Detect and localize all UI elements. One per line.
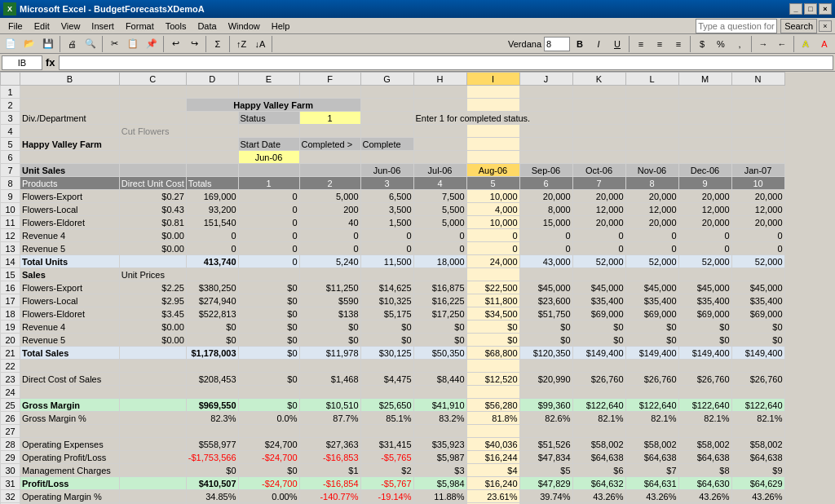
table-row: 1 <box>1 86 785 99</box>
sum-button[interactable]: Σ <box>209 35 227 53</box>
table-row: 9 Flowers-Export $0.27 169,000 0 5,000 6… <box>1 190 785 203</box>
row-num-4: 4 <box>1 125 20 138</box>
row-num-24: 24 <box>1 386 20 399</box>
row-num-32: 32 <box>1 490 20 503</box>
menu-window[interactable]: Window <box>223 20 265 32</box>
sep1 <box>60 36 60 52</box>
comma-button[interactable]: , <box>731 35 749 53</box>
row-num-17: 17 <box>1 294 20 307</box>
menu-format[interactable]: Format <box>121 20 159 32</box>
copy-button[interactable]: 📋 <box>124 35 142 53</box>
bold-button[interactable]: B <box>571 35 589 53</box>
row-num-19: 19 <box>1 321 20 334</box>
sort-desc-button[interactable]: ↓A <box>251 35 269 53</box>
row-num-1: 1 <box>1 86 20 99</box>
table-row: 13 Revenue 5 $0.00 0 0 0 0 0 0 0 0 0 0 0 <box>1 242 785 255</box>
table-row: 2 Happy Valley Farm <box>1 99 785 112</box>
row-num-11: 11 <box>1 216 20 229</box>
maximize-button[interactable]: □ <box>804 3 817 15</box>
table-row: 25 Gross Margin $969,550 $0 $10,510 $25,… <box>1 399 785 412</box>
font-color-button[interactable]: A <box>815 35 833 53</box>
menu-file[interactable]: File <box>3 20 28 32</box>
align-left-button[interactable]: ≡ <box>632 35 650 53</box>
row-num-3: 3 <box>1 112 20 125</box>
fill-color-button[interactable]: A <box>797 35 815 53</box>
table-row: 32 Operating Margin % 34.85% 0.00% -140.… <box>1 490 785 503</box>
menu-data[interactable]: Data <box>192 20 221 32</box>
table-row: 5 Happy Valley Farm Start Date Completed… <box>1 138 785 151</box>
table-row: 22 <box>1 360 785 373</box>
cell-reference-input[interactable] <box>2 55 42 70</box>
align-right-button[interactable]: ≡ <box>669 35 687 53</box>
cut-button[interactable]: ✂ <box>105 35 123 53</box>
scroll-area[interactable]: B C D E F G H I J K L M N 1 2 <box>0 72 835 504</box>
help-search-button[interactable]: Search <box>780 19 817 33</box>
menu-view[interactable]: View <box>56 20 86 32</box>
col-header-i[interactable]: I <box>466 73 519 86</box>
table-row: 24 <box>1 386 785 399</box>
row-num-13: 13 <box>1 242 20 255</box>
underline-button[interactable]: U <box>608 35 626 53</box>
sep8 <box>690 36 691 52</box>
col-header-d[interactable]: D <box>186 73 238 86</box>
redo-button[interactable]: ↪ <box>185 35 203 53</box>
row-num-23: 23 <box>1 373 20 386</box>
row-num-7: 7 <box>1 164 20 177</box>
spreadsheet-area: B C D E F G H I J K L M N 1 2 <box>0 72 835 504</box>
close-button[interactable]: × <box>819 3 832 15</box>
table-row: 30 Management Charges $0 $0 $1 $2 $3 $4 … <box>1 464 785 477</box>
minimize-button[interactable]: _ <box>789 3 802 15</box>
help-close-button[interactable]: × <box>819 20 832 32</box>
spreadsheet-grid: B C D E F G H I J K L M N 1 2 <box>0 72 785 504</box>
row-num-16: 16 <box>1 281 20 294</box>
table-row: 6 Jun-06 <box>1 151 785 164</box>
col-header-h[interactable]: H <box>413 73 466 86</box>
col-header-g[interactable]: G <box>360 73 413 86</box>
table-row: 29 Operating Profit/Loss -$1,753,566 -$2… <box>1 451 785 464</box>
font-size-input[interactable] <box>544 37 570 51</box>
row-num-10: 10 <box>1 203 20 216</box>
col-header-j[interactable]: J <box>519 73 572 86</box>
col-header-e[interactable]: E <box>238 73 299 86</box>
row-num-28: 28 <box>1 438 20 451</box>
indent-dec-button[interactable]: ← <box>773 35 791 53</box>
sep9 <box>751 36 752 52</box>
paste-button[interactable]: 📌 <box>143 35 161 53</box>
table-row: 10 Flowers-Local $0.43 93,200 0 200 3,50… <box>1 203 785 216</box>
col-header-m[interactable]: M <box>678 73 731 86</box>
col-header-f[interactable]: F <box>299 73 360 86</box>
col-header-n[interactable]: N <box>731 73 784 86</box>
col-header-l[interactable]: L <box>625 73 678 86</box>
row-num-21: 21 <box>1 347 20 360</box>
table-row: 18 Flowers-Eldoret $3.45 $522,813 $0 $13… <box>1 307 785 321</box>
indent-inc-button[interactable]: → <box>754 35 772 53</box>
col-header-k[interactable]: K <box>572 73 625 86</box>
currency-button[interactable]: $ <box>693 35 711 53</box>
preview-button[interactable]: 🔍 <box>82 35 99 53</box>
help-search-input[interactable] <box>696 19 777 33</box>
menu-edit[interactable]: Edit <box>29 20 55 32</box>
formula-input[interactable] <box>59 55 833 70</box>
undo-button[interactable]: ↩ <box>166 35 184 53</box>
align-center-button[interactable]: ≡ <box>651 35 669 53</box>
col-header-c[interactable]: C <box>119 73 186 86</box>
menu-help[interactable]: Help <box>267 20 295 32</box>
menu-bar: File Edit View Insert Format Tools Data … <box>0 18 835 34</box>
sep5 <box>229 36 230 52</box>
new-button[interactable]: 📄 <box>2 35 20 53</box>
table-row: 14 Total Units 413,740 0 5,240 11,500 18… <box>1 255 785 268</box>
app-icon: X <box>3 2 16 15</box>
open-button[interactable]: 📂 <box>20 35 38 53</box>
row-num-6: 6 <box>1 151 20 164</box>
sort-asc-button[interactable]: ↑Z <box>232 35 250 53</box>
menu-insert[interactable]: Insert <box>86 20 119 32</box>
table-row: 7 Unit Sales Jun-06 Jul-06 Aug-06 Sep-06… <box>1 164 785 177</box>
print-button[interactable]: 🖨 <box>63 35 81 53</box>
italic-button[interactable]: I <box>590 35 607 53</box>
percent-button[interactable]: % <box>712 35 730 53</box>
menu-tools[interactable]: Tools <box>161 20 192 32</box>
table-row: 12 Revenue 4 $0.00 0 0 0 0 0 0 0 0 0 0 0 <box>1 229 785 242</box>
col-header-b[interactable]: B <box>20 73 120 86</box>
row-num-12: 12 <box>1 229 20 242</box>
save-button[interactable]: 💾 <box>39 35 57 53</box>
